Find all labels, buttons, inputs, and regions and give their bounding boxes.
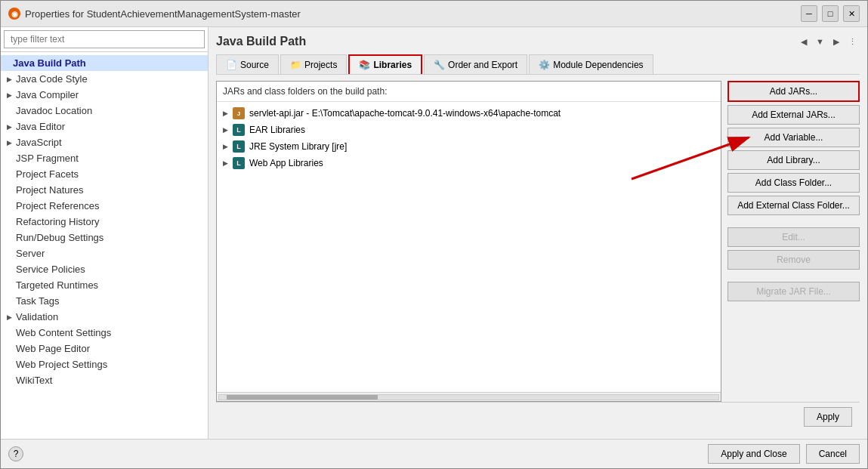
sidebar-item-wikitext[interactable]: WikiText <box>1 372 208 388</box>
apply-button[interactable]: Apply <box>804 407 852 427</box>
expand-arrow-icon: ▶ <box>7 139 14 147</box>
sidebar-item-java-code-style[interactable]: ▶ Java Code Style <box>1 71 208 87</box>
sidebar-item-java-editor[interactable]: ▶ Java Editor <box>1 119 208 134</box>
add-jars-button[interactable]: Add JARs... <box>727 81 860 102</box>
tab-source[interactable]: 📄 Source <box>216 54 279 74</box>
search-input[interactable] <box>4 30 205 48</box>
search-box <box>1 27 208 52</box>
lib-icon: L <box>233 140 245 153</box>
add-external-class-folder-button[interactable]: Add External Class Folder... <box>727 196 860 215</box>
tab-order-label: Order and Export <box>448 60 517 70</box>
sidebar-item-label: Java Editor <box>16 121 65 132</box>
sidebar-item-server[interactable]: Server <box>1 245 208 261</box>
tab-libraries[interactable]: 📚 Libraries <box>348 54 422 74</box>
sidebar-list: Java Build Path ▶ Java Code Style ▶ Java… <box>1 52 208 439</box>
add-library-button[interactable]: Add Library... <box>727 150 860 170</box>
source-tab-icon: 📄 <box>226 60 237 70</box>
add-external-jars-button[interactable]: Add External JARs... <box>727 105 860 125</box>
sidebar-item-label: Project Natures <box>16 184 84 196</box>
panel-nav: ◀ ▼ ▶ ⋮ <box>798 35 860 48</box>
sidebar-item-service-policies[interactable]: Service Policies <box>1 261 208 277</box>
btn-spacer <box>727 218 860 224</box>
sidebar-item-run-debug[interactable]: Run/Debug Settings <box>1 230 208 245</box>
expand-arrow-icon: ▶ <box>7 91 14 99</box>
lib-icon: L <box>233 124 245 136</box>
add-variable-button[interactable]: Add Variable... <box>727 128 860 147</box>
sidebar-item-project-facets[interactable]: Project Facets <box>1 166 208 182</box>
tab-projects[interactable]: 📁 Projects <box>280 54 347 74</box>
main-content: Java Build Path ▶ Java Code Style ▶ Java… <box>1 27 867 439</box>
list-item[interactable]: ▶ J servlet-api.jar - E:\Tomcat\apache-t… <box>217 105 721 122</box>
tab-projects-label: Projects <box>304 60 337 70</box>
item-label: Web App Libraries <box>249 158 323 168</box>
btn-spacer <box>727 273 860 279</box>
sidebar-item-javascript[interactable]: ▶ JavaScript <box>1 134 208 150</box>
panel-title: Java Build Path <box>216 35 306 48</box>
tab-source-label: Source <box>240 60 269 70</box>
sidebar-item-targeted-runtimes[interactable]: Targeted Runtimes <box>1 277 208 293</box>
sidebar-item-label: Refactoring History <box>16 216 100 227</box>
cancel-button[interactable]: Cancel <box>806 444 860 464</box>
help-icon[interactable]: ? <box>8 446 23 461</box>
title-bar-controls: ─ □ ✕ <box>801 5 860 22</box>
sidebar-item-javadoc[interactable]: Javadoc Location <box>1 103 208 119</box>
jar-icon: J <box>233 107 245 119</box>
minimize-button[interactable]: ─ <box>801 5 817 22</box>
scroll-track <box>218 394 719 400</box>
sidebar-item-project-references[interactable]: Project References <box>1 198 208 214</box>
list-item[interactable]: ▶ L EAR Libraries <box>217 122 721 138</box>
sidebar-item-web-project-settings[interactable]: Web Project Settings <box>1 356 208 372</box>
sidebar-item-refactoring-history[interactable]: Refactoring History <box>1 214 208 230</box>
expand-icon: ▶ <box>223 110 228 117</box>
sidebar-item-label: Web Project Settings <box>16 359 107 370</box>
properties-dialog: ◉ Properties for StudentAchievementManag… <box>0 0 868 469</box>
sidebar-item-label: Server <box>16 248 45 259</box>
sidebar-item-label: Task Tags <box>16 295 60 307</box>
list-items: ▶ J servlet-api.jar - E:\Tomcat\apache-t… <box>217 102 721 392</box>
edit-button[interactable]: Edit... <box>727 227 860 247</box>
sidebar-item-java-compiler[interactable]: ▶ Java Compiler <box>1 87 208 103</box>
tab-module-deps[interactable]: ⚙️ Module Dependencies <box>529 54 653 74</box>
sidebar-item-label: JSP Fragment <box>16 153 79 164</box>
sidebar-item-project-natures[interactable]: Project Natures <box>1 182 208 198</box>
panel-header: Java Build Path ◀ ▼ ▶ ⋮ <box>216 35 860 48</box>
scroll-thumb[interactable] <box>227 395 378 400</box>
sidebar-item-jsp-fragment[interactable]: JSP Fragment <box>1 150 208 166</box>
remove-button[interactable]: Remove <box>727 250 860 270</box>
list-item[interactable]: ▶ L JRE System Library [jre] <box>217 138 721 155</box>
nav-dropdown-button[interactable]: ▼ <box>813 35 827 48</box>
projects-tab-icon: 📁 <box>290 60 301 70</box>
sidebar-item-validation[interactable]: ▶ Validation <box>1 309 208 325</box>
sidebar-item-label: Targeted Runtimes <box>16 279 98 291</box>
tab-order-export[interactable]: 🔧 Order and Export <box>424 54 527 74</box>
sidebar-item-label: Service Policies <box>16 264 85 275</box>
content-area: JARs and class folders on the build path… <box>216 81 860 402</box>
list-item[interactable]: ▶ L Web App Libraries <box>217 155 721 171</box>
button-panel: Add JARs... Add External JARs... Add Var… <box>727 81 860 402</box>
expand-icon: ▶ <box>223 143 228 150</box>
sidebar-item-label: Project References <box>16 200 100 211</box>
list-panel: JARs and class folders on the build path… <box>216 81 721 402</box>
sidebar-item-label: Project Facets <box>16 168 79 180</box>
title-bar-left: ◉ Properties for StudentAchievementManag… <box>8 8 301 20</box>
horizontal-scrollbar[interactable] <box>217 392 721 401</box>
expand-icon: ▶ <box>223 159 228 167</box>
sidebar-item-java-build-path[interactable]: Java Build Path <box>1 55 208 71</box>
sidebar-item-web-content-settings[interactable]: Web Content Settings <box>1 325 208 341</box>
sidebar-item-label: Javadoc Location <box>16 105 92 116</box>
migrate-jar-button[interactable]: Migrate JAR File... <box>727 282 860 301</box>
nav-forward-button[interactable]: ▶ <box>830 35 842 48</box>
sidebar-item-task-tags[interactable]: Task Tags <box>1 293 208 309</box>
nav-back-button[interactable]: ◀ <box>798 35 810 48</box>
close-button[interactable]: ✕ <box>843 5 860 22</box>
maximize-button[interactable]: □ <box>822 5 839 22</box>
list-label: JARs and class folders on the build path… <box>217 82 721 102</box>
tab-bar: 📄 Source 📁 Projects 📚 Libraries 🔧 Order … <box>216 54 860 75</box>
add-class-folder-button[interactable]: Add Class Folder... <box>727 173 860 193</box>
sidebar-item-web-page-editor[interactable]: Web Page Editor <box>1 341 208 356</box>
sidebar-item-label: Validation <box>16 311 58 322</box>
apply-and-close-button[interactable]: Apply and Close <box>708 444 799 464</box>
nav-menu-button[interactable]: ⋮ <box>845 35 860 48</box>
item-label: JRE System Library [jre] <box>249 141 347 152</box>
item-label: servlet-api.jar - E:\Tomcat\apache-tomca… <box>249 108 561 119</box>
